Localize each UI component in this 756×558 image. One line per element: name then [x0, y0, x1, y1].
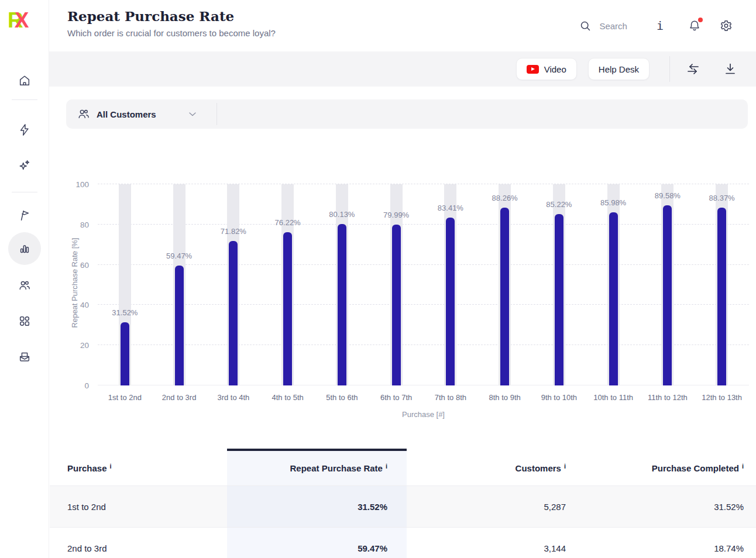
bar-chart: 31.52%1st to 2nd59.47%2nd to 3rd71.82%3r… [98, 184, 749, 385]
bar-group[interactable]: 85.98%10th to 11th [586, 184, 641, 385]
bar[interactable] [500, 208, 509, 385]
col-header-purchase[interactable]: Purchasei [50, 449, 227, 485]
bar-track [281, 184, 294, 385]
sidebar-item-insights[interactable] [18, 159, 32, 173]
x-tick-label: 9th to 10th [541, 393, 577, 402]
page-header: Repeat Purchase Rate Which order is cruc… [49, 0, 756, 51]
table-row[interactable]: 1st to 2nd31.52%5,28731.52% [50, 485, 756, 527]
bar-track [661, 184, 673, 385]
x-tick-label: 8th to 9th [489, 393, 521, 402]
bar[interactable] [175, 266, 184, 385]
search-input[interactable]: Search [579, 20, 627, 32]
video-button[interactable]: Video [516, 58, 577, 80]
col-header-repeat-purchase-rate[interactable]: Repeat Purchase Ratei [227, 449, 407, 485]
bar[interactable] [283, 232, 292, 385]
table-row[interactable]: 2nd to 3rd59.47%3,14418.74% [50, 527, 756, 558]
info-icon[interactable]: i [742, 463, 744, 470]
bar[interactable] [663, 205, 672, 385]
sidebar-item-apps[interactable] [18, 314, 32, 328]
settings-button[interactable] [720, 19, 733, 32]
bar-chart-icon [18, 242, 31, 255]
y-tick-label: 20 [80, 341, 89, 350]
bar-group[interactable]: 85.22%9th to 10th [532, 184, 586, 385]
sidebar-divider [12, 99, 37, 100]
bar-group[interactable]: 88.26%8th to 9th [477, 184, 532, 385]
col-header-label: Purchase Completed [652, 463, 739, 473]
y-tick-label: 60 [80, 260, 89, 269]
bar-value-label: 89.58% [655, 191, 681, 200]
cell-customers: 3,144 [407, 528, 579, 558]
video-button-label: Video [544, 64, 566, 74]
x-tick-label: 1st to 2nd [108, 393, 142, 402]
toolbar: Video Help Desk [49, 51, 756, 87]
app-window: RX Repeat Purchase Rate [0, 0, 756, 558]
bar[interactable] [609, 212, 618, 385]
bar-group[interactable]: 89.58%11th to 12th [641, 184, 695, 385]
help-desk-button[interactable]: Help Desk [588, 58, 650, 80]
sidebar-item-customers[interactable] [18, 278, 32, 292]
bar[interactable] [338, 224, 346, 385]
bar-group[interactable]: 71.82%3rd to 4th [207, 184, 261, 385]
bar-group[interactable]: 76.22%4th to 5th [260, 184, 315, 385]
segment-filter-toggle[interactable] [187, 108, 198, 120]
sidebar-item-inbox[interactable] [18, 350, 32, 364]
y-tick-label: 40 [80, 301, 89, 309]
info-icon[interactable]: i [386, 463, 387, 470]
x-tick-label: 7th to 8th [435, 393, 466, 402]
segment-filter-value: All Customers [97, 109, 156, 119]
bar-group[interactable]: 59.47%2nd to 3rd [152, 184, 207, 385]
data-table: Purchasei Repeat Purchase Ratei Customer… [50, 449, 756, 558]
y-tick-label: 80 [80, 220, 89, 229]
search-icon [579, 20, 592, 32]
main-panel: Repeat Purchase Rate Which order is cruc… [49, 0, 756, 558]
page-subtitle: Which order is crucial for customers to … [67, 28, 276, 38]
col-header-purchase-completed[interactable]: Purchase Completedi [579, 449, 756, 485]
bar-track [444, 184, 456, 385]
y-tick-label: 0 [84, 381, 89, 390]
sidebar-item-home[interactable] [18, 74, 32, 88]
x-tick-label: 3rd to 4th [217, 393, 249, 402]
info-icon[interactable]: i [110, 463, 112, 470]
home-icon [18, 74, 31, 87]
bar-value-label: 88.26% [492, 194, 518, 202]
info-icon: i [657, 19, 664, 33]
bar[interactable] [446, 218, 455, 385]
bar[interactable] [392, 225, 401, 385]
bar-value-label: 79.99% [383, 211, 409, 219]
bar-group[interactable]: 31.52%1st to 2nd [98, 184, 152, 385]
sidebar-item-analytics[interactable] [8, 232, 41, 265]
notifications-button[interactable] [688, 19, 701, 32]
x-axis-title: Purchase [#] [98, 410, 749, 419]
flag-icon [18, 209, 31, 222]
info-button[interactable]: i [657, 19, 664, 33]
sidebar-item-goals[interactable] [18, 208, 32, 222]
customers-icon [77, 108, 90, 120]
search-placeholder: Search [599, 21, 627, 31]
sidebar-item-activity[interactable] [18, 123, 32, 137]
bar-value-label: 76.22% [275, 218, 301, 227]
bar-value-label: 88.37% [709, 194, 735, 202]
segment-filter[interactable]: All Customers [66, 99, 748, 129]
table-header-row: Purchasei Repeat Purchase Ratei Customer… [50, 449, 756, 485]
grid-icon [18, 315, 31, 328]
chevron-down-icon [187, 108, 198, 120]
bar-group[interactable]: 83.41%7th to 8th [424, 184, 478, 385]
notification-dot [698, 18, 703, 22]
bar[interactable] [717, 208, 726, 385]
brand-logo[interactable]: RX [8, 8, 28, 33]
bar[interactable] [229, 241, 238, 385]
col-header-label: Purchase [67, 463, 107, 473]
bar[interactable] [121, 322, 129, 385]
info-icon[interactable]: i [564, 463, 566, 470]
bar[interactable] [555, 214, 563, 385]
bar-group[interactable]: 79.99%6th to 7th [369, 184, 424, 385]
bar-group[interactable]: 88.37%12th to 13th [695, 184, 749, 385]
download-button[interactable] [723, 62, 737, 76]
col-header-customers[interactable]: Customersi [407, 449, 579, 485]
compare-button[interactable] [685, 63, 701, 75]
cell-repeat-purchase-rate: 31.52% [227, 486, 407, 527]
col-header-label: Repeat Purchase Rate [290, 463, 383, 473]
bar-group[interactable]: 80.13%5th to 6th [315, 184, 369, 385]
cell-purchase-completed: 31.52% [579, 486, 756, 527]
help-desk-button-label: Help Desk [599, 64, 639, 74]
